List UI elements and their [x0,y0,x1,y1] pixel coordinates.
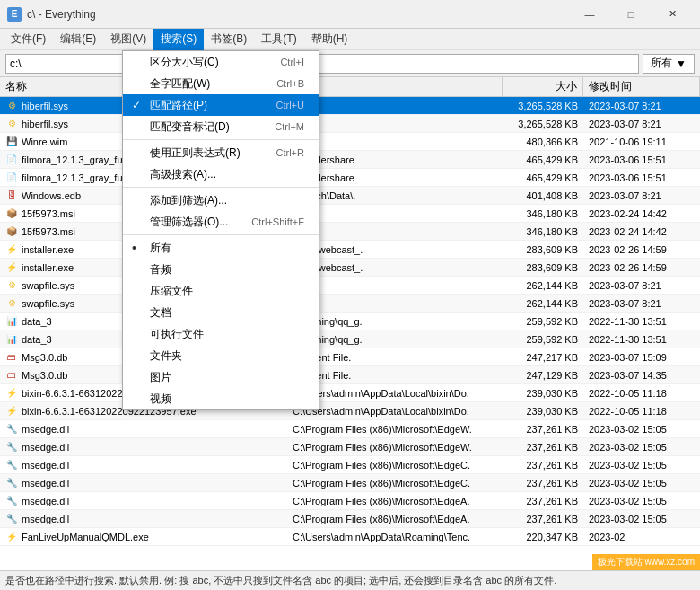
file-name-text: msedge.dll [22,514,69,524]
file-path-cell: \local\webcast_. [287,262,503,273]
table-row[interactable]: ⚡installer.exe\local\webcast_.283,609 KB… [0,259,700,277]
file-type-icon: 📦 [5,207,18,220]
search-menu-item-image[interactable]: 图片 [123,366,319,388]
close-button[interactable]: ✕ [652,0,693,29]
table-row[interactable]: 🗃Msg3.0.db\Tencent File.247,217 KB2023-0… [0,348,700,366]
file-date-cell: 2023-03-07 8:21 [583,280,700,291]
file-date-cell: 2023-02-24 14:42 [583,208,700,219]
file-rows[interactable]: ⚙hiberfil.sys3,265,528 KB2023-03-07 8:21… [0,97,700,570]
col-header-size[interactable]: 大小 [503,77,583,96]
search-menu-item-zip[interactable]: 压缩文件 [123,280,319,302]
file-name-text: hiberfil.sys [22,101,68,111]
search-menu-item-advanced[interactable]: 高级搜索(A)... [123,163,319,185]
search-menu-item-exe[interactable]: 可执行文件 [123,323,319,345]
file-size-cell: 259,592 KB [503,316,583,327]
title-controls: — □ ✕ [569,0,693,29]
table-row[interactable]: 📊data_3\Roaming\qq_g.259,592 KB2022-11-3… [0,313,700,330]
file-size-cell: 283,609 KB [503,262,583,273]
file-name-text: msedge.dll [22,460,69,471]
table-row[interactable]: 🔧msedge.dllC:\Program Files (x86)\Micros… [0,474,700,492]
search-menu-item-manage_filter[interactable]: 管理筛选器(O)...Ctrl+Shift+F [123,211,319,233]
table-row[interactable]: ⚡installer.exe\local\webcast_.283,609 KB… [0,241,700,259]
file-type-icon: 🗃 [5,369,18,382]
table-row[interactable]: 🔧msedge.dllC:\Program Files (x86)\Micros… [0,510,700,528]
table-row[interactable]: 🔧msedge.dllC:\Program Files (x86)\Micros… [0,456,700,474]
menu-item-shortcut: Ctrl+I [262,57,304,67]
table-row[interactable]: ⚡bixin-6.6.3.1-663120220922123957.exeC:\… [0,384,700,402]
file-type-icon: 🔧 [5,477,18,489]
table-row[interactable]: 🔧msedge.dllC:\Program Files (x86)\Micros… [0,438,700,456]
table-row[interactable]: ⚙swapfile.sys262,144 KB2023-03-07 8:21 [0,277,700,295]
menu-view[interactable]: 视图(V) [103,29,153,50]
file-path-cell: C:\Users\admin\AppData\Local\bixin\Do. [287,406,503,417]
file-name-cell: 🔧msedge.dll [0,477,287,489]
file-date-cell: 2021-10-06 19:11 [583,136,700,147]
file-size-cell: 259,592 KB [503,334,583,345]
file-date-cell: 2023-03-02 15:05 [583,478,700,489]
search-menu-item-folder[interactable]: 文件夹 [123,345,319,366]
file-type-icon: ⚡ [5,405,18,418]
search-menu-item-case[interactable]: 区分大小写(C)Ctrl+I [123,51,319,73]
table-row[interactable]: 📊data_3\Roaming\qq_g.259,592 KB2022-11-3… [0,330,700,348]
menu-file[interactable]: 文件(F) [4,29,53,50]
file-path-cell: C:\Program Files (x86)\Microsoft\EdgeA. [287,496,503,506]
file-date-cell: 2023-03-02 15:05 [583,424,700,435]
table-row[interactable]: 🔧msedge.dllC:\Program Files (x86)\Micros… [0,492,700,510]
col-header-path[interactable]: 路径 [287,77,503,96]
menu-edit[interactable]: 编辑(E) [53,29,103,50]
search-menu-item-doc[interactable]: 文档 [123,302,319,323]
menu-help[interactable]: 帮助(H) [304,29,355,50]
table-row[interactable]: 🗃Msg3.0.db\Tencent File.247,129 KB2023-0… [0,366,700,384]
table-row[interactable]: 📄filmora_12.1.3_gray_full1\Wondershare46… [0,169,700,187]
search-menu-item-regex[interactable]: 使用正则表达式(R)Ctrl+R [123,142,319,163]
table-row[interactable]: ⚡bixin-6.6.3.1-663120220922123957.exeC:\… [0,402,700,420]
minimize-button[interactable]: — [569,0,610,29]
file-size-cell: 480,366 KB [503,136,583,147]
file-type-icon: ⚙ [5,297,18,310]
file-type-icon: 📄 [5,172,18,184]
table-row[interactable]: 📄filmora_12.1.3_gray_full1\Wondershare46… [0,151,700,169]
search-menu-item-path[interactable]: ✓匹配路径(P)Ctrl+U [123,94,319,116]
file-list-container: ⚙hiberfil.sys3,265,528 KB2023-03-07 8:21… [0,97,700,570]
search-menu-item-whole[interactable]: 全字匹配(W)Ctrl+B [123,73,319,94]
file-name-text: 15f5973.msi [22,208,75,219]
menu-item-label: 视频 [150,392,171,407]
search-input[interactable] [5,54,639,74]
file-type-icon: 📄 [5,154,18,166]
filter-dropdown[interactable]: 所有 ▼ [643,54,695,74]
table-row[interactable]: ⚙swapfile.sys262,144 KB2023-03-07 8:21 [0,295,700,313]
menu-item-label: 文件夹 [150,348,182,364]
menu-bookmarks[interactable]: 书签(B) [204,29,254,50]
maximize-button[interactable]: □ [610,0,652,29]
file-path-cell: \Roaming\qq_g. [287,334,503,345]
menu-search[interactable]: 搜索(S) [153,29,204,50]
file-date-cell: 2022-10-05 11:18 [583,388,700,399]
file-name-text: msedge.dll [22,424,69,435]
menu-item-label: 压缩文件 [150,284,193,299]
file-type-icon: 🔧 [5,459,18,471]
menu-tools[interactable]: 工具(T) [254,29,303,50]
table-row[interactable]: 📦15f5973.msi346,180 KB2023-02-24 14:42 [0,205,700,223]
menu-item-label: 可执行文件 [150,327,204,342]
file-name-cell: 🔧msedge.dll [0,459,287,471]
menu-item-label: 音频 [150,262,171,277]
table-row[interactable]: 🔧msedge.dllC:\Program Files (x86)\Micros… [0,420,700,438]
file-type-icon: ⚡ [5,243,18,256]
col-header-date[interactable]: 修改时间 [583,77,700,96]
file-size-cell: 3,265,528 KB [503,101,583,111]
search-menu-item-audio[interactable]: 音频 [123,259,319,280]
file-name-text: Msg3.0.db [22,370,67,381]
search-menu-item-add_filter[interactable]: 添加到筛选(A)... [123,189,319,211]
table-row[interactable]: 📦15f5973.msi346,180 KB2023-02-24 14:42 [0,223,700,241]
menu-item-shortcut: Ctrl+R [258,147,304,158]
search-menu-item-diacritics[interactable]: 匹配变音标记(D)Ctrl+M [123,116,319,137]
search-menu-item-video[interactable]: 视频 [123,388,319,409]
search-menu-item-all[interactable]: •所有 [123,237,319,259]
table-row[interactable]: 💾Winre.wim480,366 KB2021-10-06 19:11 [0,133,700,151]
file-size-cell: 465,429 KB [503,172,583,183]
menu-item-label: 添加到筛选(A)... [150,193,227,208]
table-row[interactable]: ⚙hiberfil.sys3,265,528 KB2023-03-07 8:21 [0,115,700,133]
table-row[interactable]: ⚙hiberfil.sys3,265,528 KB2023-03-07 8:21 [0,97,700,115]
table-row[interactable]: ⚡FanLiveUpManualQMDL.exeC:\Users\admin\A… [0,528,700,546]
table-row[interactable]: 🗄Windows.edb\Search\Data\.401,408 KB2023… [0,187,700,205]
